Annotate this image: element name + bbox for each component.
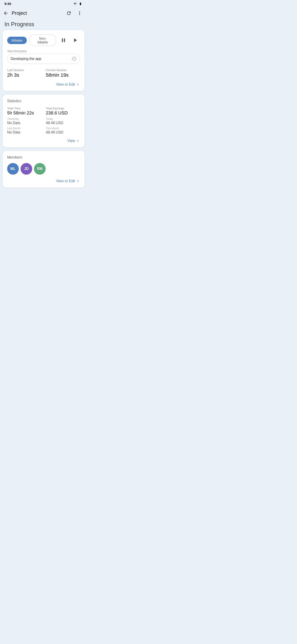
total-time-label: Total Time xyxy=(7,107,41,110)
statistics-card: Statistics Total Time 5h 58min 22s Yeste… xyxy=(3,94,84,147)
members-view-edit-link[interactable]: View or Edit xyxy=(56,179,80,183)
today-label: Today xyxy=(46,118,80,120)
pause-button[interactable] xyxy=(58,35,68,45)
current-session-value: 58min 19s xyxy=(46,72,80,78)
billable-button[interactable]: Billable xyxy=(7,37,27,44)
back-button[interactable] xyxy=(1,8,11,18)
this-month-label: This Month xyxy=(46,127,80,130)
yesterday-label: Yesterday xyxy=(7,118,41,120)
members-view-edit-row: View or Edit xyxy=(7,179,80,183)
timing-view-edit-row: View or Edit xyxy=(7,82,80,86)
status-time: 9:30 xyxy=(4,2,11,6)
stats-grid: Total Time 5h 58min 22s Yesterday No Dat… xyxy=(7,107,80,134)
non-billable-button[interactable]: Non-billable xyxy=(29,34,56,46)
stats-view-row: View xyxy=(7,139,80,143)
timing-card: Billable Non-billable Task Description L… xyxy=(3,30,84,91)
status-heading: In Progress xyxy=(0,20,87,30)
status-bar: 9:30 xyxy=(0,0,87,6)
billing-row: Billable Non-billable xyxy=(7,34,80,46)
app-bar: Project xyxy=(0,6,87,20)
last-session-block: Last Session 2h 3s xyxy=(7,68,41,78)
last-session-value: 2h 3s xyxy=(7,72,41,78)
total-time-block: Total Time 5h 58min 22s Yesterday No Dat… xyxy=(7,107,41,134)
timing-view-edit-link[interactable]: View or Edit xyxy=(56,82,80,86)
media-controls xyxy=(58,35,80,45)
members-avatars: ML JD RM xyxy=(7,163,80,175)
members-title: Members xyxy=(7,156,80,160)
battery-icon xyxy=(78,2,83,5)
last-session-label: Last Session xyxy=(7,68,41,72)
last-month-label: Last Month xyxy=(7,127,41,130)
total-earnings-label: Total Earnings xyxy=(46,107,80,110)
total-earnings-value: 238.6 USD xyxy=(46,110,80,116)
play-button[interactable] xyxy=(70,35,80,45)
last-month-value: No Data xyxy=(7,130,41,134)
stats-view-link[interactable]: View xyxy=(67,139,80,143)
yesterday-value: No Data xyxy=(7,121,41,125)
total-earnings-block: Total Earnings 238.6 USD Today 48.48 USD… xyxy=(46,107,80,134)
total-time-value: 5h 58min 22s xyxy=(7,110,41,116)
current-session-block: Current Session 58min 19s xyxy=(46,68,80,78)
more-options-button[interactable] xyxy=(75,8,84,18)
wifi-icon xyxy=(73,2,77,5)
members-card: Members ML JD RM View or Edit xyxy=(3,151,84,188)
this-month-value: 48.48 USD xyxy=(46,130,80,134)
refresh-button[interactable] xyxy=(64,8,74,18)
avatar-ml: ML xyxy=(7,163,19,175)
task-description-label: Task Description xyxy=(7,50,80,53)
task-description-input[interactable] xyxy=(10,57,71,61)
avatar-jd: JD xyxy=(20,163,32,175)
page-title: Project xyxy=(12,10,63,16)
avatar-rm: RM xyxy=(34,163,46,175)
sessions-row: Last Session 2h 3s Current Session 58min… xyxy=(7,68,80,78)
status-icons xyxy=(73,2,83,5)
task-input-wrapper xyxy=(7,54,80,64)
current-session-label: Current Session xyxy=(46,68,80,72)
statistics-title: Statistics xyxy=(7,99,80,103)
today-value: 48.48 USD xyxy=(46,121,80,125)
history-icon xyxy=(71,56,77,62)
